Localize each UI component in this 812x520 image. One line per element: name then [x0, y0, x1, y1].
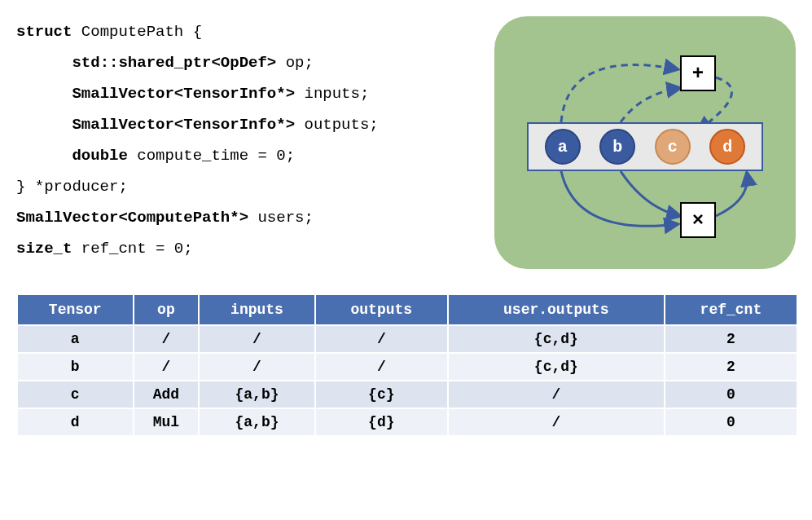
col-inputs: inputs	[199, 294, 315, 325]
cell-ref-cnt: 0	[665, 408, 797, 436]
code-text: users;	[248, 209, 314, 227]
cell-user-outputs: {c,d}	[448, 353, 665, 381]
cell-ref-cnt: 0	[665, 381, 797, 408]
multiply-icon: ×	[692, 209, 704, 231]
code-text: ComputePath {	[72, 23, 202, 41]
col-ref-cnt: ref_cnt	[665, 294, 797, 325]
code-text: outputs;	[295, 116, 379, 134]
tensor-node-d: d	[709, 129, 745, 165]
code-kw: SmallVector<TensorInfo*>	[72, 85, 295, 103]
table-row: a / / / {c,d} 2	[17, 325, 797, 353]
code-text: } *producer;	[16, 178, 128, 196]
cell-outputs: {d}	[315, 408, 448, 436]
cell-tensor: a	[17, 325, 134, 353]
cell-user-outputs: /	[448, 381, 665, 408]
op-node-mul: ×	[680, 202, 716, 238]
tensor-node-a: a	[545, 129, 581, 165]
col-op: op	[134, 294, 200, 325]
cell-ref-cnt: 2	[665, 325, 797, 353]
cell-outputs: /	[315, 353, 448, 381]
code-text: compute_time = 0;	[128, 147, 295, 165]
code-kw: double	[72, 147, 127, 165]
code-kw: SmallVector<TensorInfo*>	[72, 116, 295, 134]
code-kw: struct	[16, 23, 72, 41]
cell-op: Add	[134, 381, 200, 408]
cell-op: Mul	[134, 408, 200, 436]
code-text: op;	[276, 54, 314, 72]
code-text: inputs;	[295, 85, 369, 103]
cell-inputs: /	[199, 325, 315, 353]
cell-inputs: {a,b}	[199, 408, 315, 436]
compute-graph-diagram: + a b c d ×	[494, 16, 796, 269]
plus-icon: +	[692, 63, 704, 85]
cell-inputs: {a,b}	[199, 381, 315, 408]
code-kw: std::shared_ptr<OpDef>	[72, 54, 276, 72]
cell-ref-cnt: 2	[665, 353, 797, 381]
cell-outputs: /	[315, 325, 448, 353]
col-outputs: outputs	[315, 294, 448, 325]
tensor-row: a b c d	[527, 122, 763, 171]
cell-user-outputs: /	[448, 408, 665, 436]
col-tensor: Tensor	[17, 294, 134, 325]
cell-inputs: /	[199, 353, 315, 381]
tensor-table: Tensor op inputs outputs user.outputs re…	[16, 293, 798, 437]
op-node-add: +	[680, 55, 716, 91]
code-kw: size_t	[16, 240, 72, 258]
tensor-node-c: c	[655, 129, 691, 165]
cell-tensor: c	[17, 381, 134, 408]
code-block: struct ComputePath { std::shared_ptr<OpD…	[16, 16, 478, 269]
col-user-outputs: user.outputs	[448, 294, 665, 325]
tensor-node-b: b	[599, 129, 635, 165]
cell-tensor: b	[17, 353, 134, 381]
table-row: d Mul {a,b} {d} / 0	[17, 408, 797, 436]
table-row: b / / / {c,d} 2	[17, 353, 797, 381]
cell-tensor: d	[17, 408, 134, 436]
code-text: ref_cnt = 0;	[72, 240, 192, 258]
cell-outputs: {c}	[315, 381, 448, 408]
cell-op: /	[134, 325, 200, 353]
cell-user-outputs: {c,d}	[448, 325, 665, 353]
code-kw: SmallVector<ComputePath*>	[16, 209, 248, 227]
cell-op: /	[134, 353, 200, 381]
table-row: c Add {a,b} {c} / 0	[17, 381, 797, 408]
